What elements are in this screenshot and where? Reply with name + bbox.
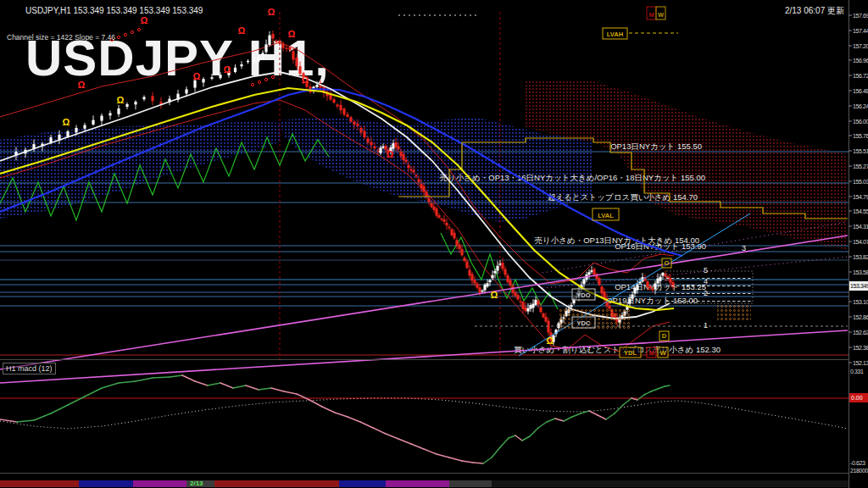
macd-line-segment [246, 385, 259, 390]
macd-line-segment [136, 378, 153, 381]
candle-body [402, 154, 404, 160]
candle-body [458, 245, 460, 249]
macd-line-segment [322, 407, 335, 413]
candle-body [278, 41, 281, 44]
chart-tag-label: W [659, 349, 666, 357]
session-bar-segment [386, 480, 449, 487]
chart-tag-label: LVAH [607, 30, 623, 38]
macd-line-segment [547, 419, 555, 422]
macd-line-segment [581, 411, 589, 413]
macd-line-segment [651, 389, 658, 391]
macd-line-segment [284, 391, 297, 394]
price-axis-label: 153.825 [853, 254, 868, 260]
candle-body [516, 295, 519, 299]
candle-body [134, 102, 136, 104]
macd-line-segment [483, 458, 492, 463]
macd-line-segment [259, 388, 271, 390]
price-axis-label: 155.515 [853, 148, 868, 154]
macd-line-segment [195, 381, 208, 385]
candle-body [298, 66, 301, 74]
macd-line-segment [658, 386, 665, 389]
dot-chain-marker [131, 30, 133, 33]
macd-axis-label: 0.331 [850, 369, 864, 374]
candle-body [470, 274, 473, 280]
signal-marker-yellow-icon: Ω [547, 336, 554, 346]
macd-zero-badge: 0.00 [849, 393, 868, 402]
candle-body [633, 288, 636, 294]
candle-body [547, 321, 549, 333]
candle-body [468, 269, 470, 275]
macd-line-segment [373, 428, 386, 434]
candle-body [476, 284, 478, 288]
candle-body [407, 165, 409, 169]
candle-body [92, 120, 94, 125]
candle-body [346, 114, 348, 117]
ichimoku-cloud-blue [280, 117, 593, 222]
session-bar-segment [133, 480, 186, 487]
price-chart-canvas[interactable]: OP13日NYカット 155.50売り小さめ・OP13・16日NYカット大きめ/… [0, 0, 868, 488]
macd-line-segment [386, 434, 398, 439]
price-axis-label: 157.445 [853, 28, 868, 34]
macd-line-segment [449, 458, 462, 461]
macd-line-segment [615, 405, 623, 413]
chart-tag-label: YDL [624, 349, 637, 357]
dot-chain-marker [124, 33, 126, 36]
candle-body [193, 80, 196, 88]
candle-body [210, 77, 213, 79]
candle-body [519, 301, 521, 302]
chart-tag-label: M [648, 11, 654, 19]
candle-body [234, 68, 236, 72]
candle-body [108, 114, 111, 116]
candle-body [646, 281, 648, 287]
macd-line-segment [538, 422, 547, 428]
candle-body [417, 180, 420, 182]
candle-body [427, 198, 430, 202]
candle-body [261, 53, 264, 55]
candle-body [534, 300, 537, 305]
candle-body [656, 279, 659, 284]
dot-chain-marker [271, 75, 274, 78]
candle-body [268, 36, 270, 45]
candle-body [648, 286, 651, 288]
candle-body [529, 305, 531, 308]
price-axis-label: 156.725 [853, 73, 868, 79]
candle-body [275, 41, 277, 42]
macd-line-segment [424, 449, 437, 454]
macd-line-segment [515, 435, 522, 441]
price-axis-label: 157.690 [853, 13, 868, 19]
candle-body [394, 142, 397, 147]
candle-body [491, 275, 493, 279]
candle-body [356, 124, 359, 126]
macd-line-segment [85, 388, 102, 396]
candle-body [504, 269, 506, 274]
macd-line-segment [623, 398, 632, 405]
magenta-trendline-2 [0, 330, 848, 383]
price-level-label: 売り小さめ・OP13・16日NYカット大きめ/OP16・18日NYカット 155… [440, 173, 705, 182]
candle-body [631, 295, 633, 299]
macd-line-segment [473, 463, 483, 463]
macd-line-segment [509, 435, 515, 438]
chart-tag-label: M [648, 349, 654, 357]
candle-body [636, 285, 638, 290]
macd-line-segment [102, 383, 119, 388]
candle-body [432, 207, 435, 210]
macd-line-segment [589, 411, 598, 415]
candle-body [453, 233, 455, 239]
candle-body [445, 223, 448, 225]
count-label: 2 [704, 289, 708, 297]
macd-line-segment [170, 375, 182, 377]
price-axis-label: 155.275 [853, 164, 868, 169]
candle-body [151, 96, 153, 101]
dot-chain-marker [251, 83, 253, 86]
macd-line-segment [360, 422, 373, 428]
candle-body [409, 169, 412, 169]
count-label: 3 [742, 244, 746, 252]
candle-body [501, 263, 504, 269]
candle-body [600, 286, 603, 293]
candle-body [264, 44, 267, 52]
count-label: 4 [704, 277, 708, 286]
signal-marker-red-icon: Ω [288, 29, 296, 39]
candle-body [628, 299, 631, 304]
macd-line-segment [271, 388, 284, 391]
candle-body [450, 229, 453, 235]
